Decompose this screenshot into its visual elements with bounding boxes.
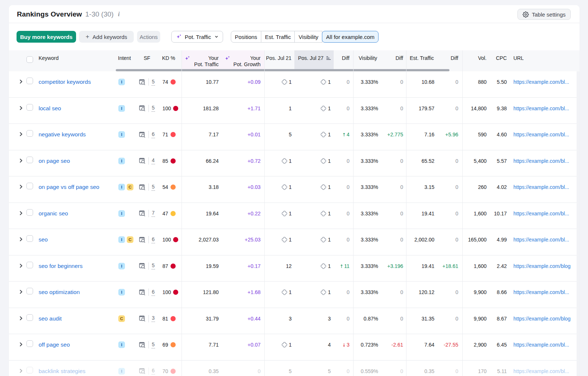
expand-row-chevron-icon[interactable] xyxy=(18,184,24,189)
row-checkbox[interactable] xyxy=(26,130,33,137)
expand-row-chevron-icon[interactable] xyxy=(18,79,24,84)
info-icon[interactable]: i xyxy=(117,11,120,18)
serp-features-count[interactable]: 6 xyxy=(151,131,155,138)
row-checkbox[interactable] xyxy=(26,157,33,163)
col-header-pos-prev[interactable]: Pos. Jul 21 xyxy=(246,55,291,61)
serp-features-count[interactable]: 5 xyxy=(151,341,155,348)
expand-row-chevron-icon[interactable] xyxy=(18,132,24,137)
pos-prev-value: 1 xyxy=(289,342,292,348)
row-checkbox[interactable] xyxy=(26,183,33,189)
expand-row-chevron-icon[interactable] xyxy=(18,289,24,294)
expand-row-chevron-icon[interactable] xyxy=(18,211,24,216)
col-header-volume[interactable]: Vol. xyxy=(458,55,487,61)
row-checkbox[interactable] xyxy=(26,340,33,347)
metric-dropdown[interactable]: Pot. Traffic xyxy=(171,31,223,43)
serp-features-count[interactable]: 5 xyxy=(151,79,155,86)
url-link[interactable]: https://example.com/bl... xyxy=(513,288,577,296)
serp-features-count[interactable]: 3 xyxy=(151,315,155,322)
url-link[interactable]: https://example.com/bl... xyxy=(513,236,577,244)
serp-features-count[interactable]: 6 xyxy=(151,236,155,243)
actions-button[interactable]: Actions xyxy=(137,31,160,43)
add-keywords-button[interactable]: +Add keywords xyxy=(79,31,134,43)
buy-more-keywords-button[interactable]: Buy more keywords xyxy=(17,31,76,43)
keyword-link[interactable]: negative keywords xyxy=(39,130,86,139)
row-checkbox[interactable] xyxy=(26,78,33,84)
col-header-keyword[interactable]: Keyword xyxy=(39,55,58,61)
expand-row-chevron-icon[interactable] xyxy=(18,263,24,268)
segment-est-traffic[interactable]: Est. Traffic xyxy=(261,31,295,43)
keyword-link[interactable]: backlink strategies xyxy=(39,367,86,375)
intent-badges: I xyxy=(118,104,125,112)
divider xyxy=(148,157,149,165)
expand-row-chevron-icon[interactable] xyxy=(18,105,24,111)
col-header-url[interactable]: URL xyxy=(513,55,524,61)
url-link[interactable]: https://example.com/blog xyxy=(513,262,577,270)
table-settings-button[interactable]: Table settings xyxy=(517,9,571,20)
segment-visibility[interactable]: Visibility xyxy=(295,31,322,43)
segment-positions[interactable]: Positions xyxy=(231,31,261,43)
select-all-checkbox[interactable] xyxy=(26,56,33,63)
col-header-diff1[interactable]: Diff xyxy=(331,55,349,61)
keyword-link[interactable]: seo for beginners xyxy=(39,262,83,270)
row-checkbox[interactable] xyxy=(26,314,33,321)
segment-all-for-example-com[interactable]: All for example.com xyxy=(322,31,379,43)
pos-prev-cell: 1 xyxy=(246,236,292,244)
url-link[interactable]: https://example.com/bl... xyxy=(513,367,577,375)
row-checkbox[interactable] xyxy=(26,288,33,294)
serp-features-count[interactable]: 6 xyxy=(151,368,155,375)
est-traffic-diff-value: 0 xyxy=(434,315,458,323)
keyword-link[interactable]: organic seo xyxy=(39,210,68,218)
expand-row-chevron-icon[interactable] xyxy=(18,316,24,321)
kd-level-dot xyxy=(173,106,178,111)
url-link[interactable]: https://example.com/bl... xyxy=(513,130,577,139)
row-checkbox[interactable] xyxy=(26,262,33,268)
serp-features-icon xyxy=(139,237,146,243)
url-link[interactable]: https://example.com/bl... xyxy=(513,157,577,165)
expand-row-chevron-icon[interactable] xyxy=(18,342,24,347)
expand-row-chevron-icon[interactable] xyxy=(18,237,24,242)
serp-features-count[interactable]: 4 xyxy=(151,157,155,164)
serp-features-count[interactable]: 7 xyxy=(151,210,155,217)
keyword-link[interactable]: on page seo xyxy=(39,157,70,165)
col-header-cpc[interactable]: CPC xyxy=(487,55,507,61)
keyword-link[interactable]: off page seo xyxy=(39,341,70,349)
col-header-pot-traffic[interactable]: YourPot. Traffic xyxy=(184,55,219,68)
url-link[interactable]: https://example.com/bl... xyxy=(513,104,577,112)
expand-row-chevron-icon[interactable] xyxy=(18,158,24,163)
col-header-diff3[interactable]: Diff xyxy=(434,55,458,61)
col-header-kd[interactable]: KD % xyxy=(162,55,175,61)
keyword-link[interactable]: seo audit xyxy=(39,315,62,323)
keyword-link[interactable]: on page vs off page seo xyxy=(39,183,99,191)
col-header-pos-curr[interactable]: Pos. Jul 27 xyxy=(298,55,331,61)
row-checkbox[interactable] xyxy=(26,104,33,111)
keyword-link[interactable]: local seo xyxy=(39,104,61,112)
vertical-scrollbar-track[interactable] xyxy=(577,71,580,376)
pos-prev-cell: 1 xyxy=(246,288,292,296)
pos-curr-value: 1 xyxy=(328,105,331,111)
pos-prev-cell: 1 xyxy=(246,210,292,218)
col-header-sf[interactable]: SF xyxy=(144,55,150,61)
plus-icon: + xyxy=(86,33,89,40)
row-checkbox[interactable] xyxy=(26,235,33,242)
col-header-est-traffic[interactable]: Est. Traffic xyxy=(410,55,434,61)
col-header-visibility[interactable]: Visibility xyxy=(359,55,377,61)
url-link[interactable]: https://example.com/bl... xyxy=(513,78,577,86)
url-link[interactable]: https://example.com/bl... xyxy=(513,210,577,218)
url-link[interactable]: https://example.com/blog xyxy=(513,315,577,323)
url-link[interactable]: https://example.com/bl... xyxy=(513,183,577,191)
url-link[interactable]: https://example.com/bl... xyxy=(513,341,577,349)
col-header-intent[interactable]: Intent xyxy=(118,55,131,61)
volume-value: 165,000 xyxy=(458,236,487,244)
keyword-link[interactable]: seo xyxy=(39,236,48,244)
keyword-link[interactable]: seo optimization xyxy=(39,288,80,296)
serp-features-count[interactable]: 6 xyxy=(151,289,155,296)
col-header-diff2[interactable]: Diff xyxy=(378,55,403,61)
serp-features-count[interactable]: 5 xyxy=(151,184,155,191)
serp-features-count[interactable]: 5 xyxy=(151,105,155,112)
row-checkbox[interactable] xyxy=(26,367,33,373)
serp-features-count[interactable]: 5 xyxy=(151,262,155,269)
row-checkbox[interactable] xyxy=(26,209,33,216)
keyword-link[interactable]: competitor keywords xyxy=(39,78,91,86)
expand-row-chevron-icon[interactable] xyxy=(18,368,24,373)
cpc-value: 9.38 xyxy=(487,104,507,112)
